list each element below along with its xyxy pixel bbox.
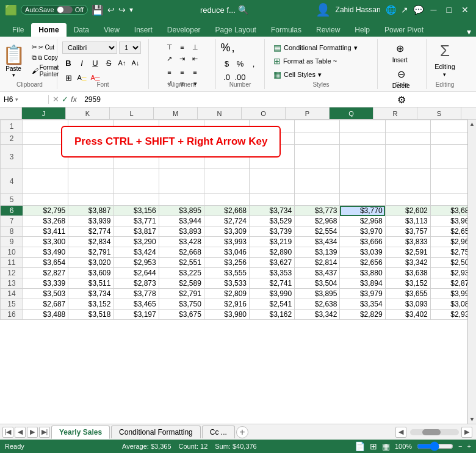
empty-cell[interactable] xyxy=(340,132,385,145)
zoom-out-icon[interactable]: − xyxy=(458,443,462,450)
customize-icon[interactable]: ▾ xyxy=(129,5,133,14)
top-align-button[interactable]: ⊤ xyxy=(164,42,176,53)
data-cell[interactable]: $3,503 xyxy=(23,289,68,299)
data-cell[interactable]: $3,880 xyxy=(340,268,385,278)
data-cell[interactable]: $3,734 xyxy=(68,289,114,299)
row-number[interactable]: 14 xyxy=(1,289,23,299)
ribbon-collapse-icon[interactable]: ▾ xyxy=(467,27,471,37)
data-cell[interactable]: $3,555 xyxy=(204,268,249,278)
empty-cell[interactable] xyxy=(385,132,430,145)
empty-cell[interactable] xyxy=(340,194,385,206)
data-cell[interactable]: $2,741 xyxy=(250,278,295,289)
empty-cell[interactable] xyxy=(23,169,68,194)
data-cell[interactable]: $3,529 xyxy=(250,216,295,227)
tab-powerpivot[interactable]: Power Pivot xyxy=(377,23,431,37)
scroll-up-arrow[interactable]: ▲ xyxy=(468,120,476,128)
data-cell[interactable]: $3,225 xyxy=(159,268,204,278)
data-cell[interactable]: $3,771 xyxy=(114,216,159,227)
data-cell[interactable]: $2,668 xyxy=(204,206,249,216)
data-cell[interactable]: $3,734 xyxy=(250,206,295,216)
data-cell[interactable]: $3,342 xyxy=(295,310,340,320)
close-btn[interactable]: ✕ xyxy=(459,5,471,15)
row-number[interactable]: 8 xyxy=(1,227,23,237)
data-cell[interactable]: $3,039 xyxy=(340,247,385,258)
data-cell[interactable]: $3,424 xyxy=(114,247,159,258)
empty-cell[interactable] xyxy=(295,169,340,194)
data-cell[interactable]: $2,724 xyxy=(204,216,249,227)
empty-cell[interactable] xyxy=(23,194,68,206)
data-cell[interactable]: $2,791 xyxy=(159,289,204,299)
empty-cell[interactable] xyxy=(250,169,295,194)
data-cell[interactable]: $3,666 xyxy=(340,237,385,247)
autosave-toggle[interactable] xyxy=(57,6,73,13)
col-header-n[interactable]: N xyxy=(198,107,242,119)
editing-dropdown[interactable]: ▾ xyxy=(443,71,446,78)
col-header-k[interactable]: K xyxy=(66,107,110,119)
row-number[interactable]: 11 xyxy=(1,258,23,268)
empty-cell[interactable] xyxy=(68,194,114,206)
data-cell[interactable]: $3,627 xyxy=(250,258,295,268)
sheet-last-button[interactable]: ▶| xyxy=(39,427,50,438)
empty-cell[interactable] xyxy=(114,169,159,194)
data-cell[interactable]: $3,970 xyxy=(340,227,385,237)
data-cell[interactable]: $3,428 xyxy=(159,237,204,247)
data-cell[interactable]: $2,968 xyxy=(295,216,340,227)
tab-view[interactable]: View xyxy=(96,23,127,37)
strikethrough-button[interactable]: S xyxy=(103,57,115,69)
data-cell[interactable]: $3,046 xyxy=(204,247,249,258)
data-cell[interactable]: $3,020 xyxy=(68,258,114,268)
data-cell[interactable]: $3,533 xyxy=(204,278,249,289)
tab-home[interactable]: Home xyxy=(31,23,66,37)
zoom-slider[interactable] xyxy=(417,443,453,449)
sheet-tab-conditional-formatting[interactable]: Conditional Formatting xyxy=(111,426,201,438)
currency-button[interactable]: $ xyxy=(221,57,233,70)
data-cell[interactable]: $3,887 xyxy=(68,206,114,216)
add-sheet-button[interactable]: + xyxy=(236,426,248,438)
tab-file[interactable]: File xyxy=(5,23,31,37)
insert-cells-button[interactable]: ⊕ Insert xyxy=(389,42,411,65)
h-scrollbar-thumb[interactable] xyxy=(422,429,441,435)
data-cell[interactable]: $3,739 xyxy=(250,227,295,237)
data-cell[interactable]: $3,197 xyxy=(114,310,159,320)
data-cell[interactable]: $3,504 xyxy=(295,278,340,289)
sheet-first-button[interactable]: |◀ xyxy=(2,427,13,438)
col-header-m[interactable]: M xyxy=(154,107,198,119)
italic-button[interactable]: I xyxy=(76,57,88,69)
data-cell[interactable]: $2,589 xyxy=(159,278,204,289)
empty-cell[interactable] xyxy=(385,145,430,169)
empty-cell[interactable] xyxy=(295,132,340,145)
data-cell[interactable]: $2,602 xyxy=(385,206,430,216)
formula-input[interactable]: 2959 xyxy=(81,95,476,104)
data-cell[interactable]: $3,339 xyxy=(23,278,68,289)
data-cell[interactable]: $3,675 xyxy=(159,310,204,320)
data-cell[interactable]: $2,668 xyxy=(159,247,204,258)
data-cell[interactable]: $3,152 xyxy=(68,299,114,310)
row-number[interactable]: 1 xyxy=(1,120,23,132)
data-cell[interactable]: $2,953 xyxy=(114,258,159,268)
col-header-l[interactable]: L xyxy=(110,107,154,119)
data-cell[interactable]: $3,411 xyxy=(23,227,68,237)
data-cell[interactable]: $3,638 xyxy=(385,268,430,278)
indent-button[interactable]: ⇥ xyxy=(176,53,189,64)
data-cell[interactable]: $2,774 xyxy=(68,227,114,237)
data-cell[interactable]: $3,156 xyxy=(114,206,159,216)
data-cell[interactable]: $2,656 xyxy=(340,258,385,268)
data-cell[interactable]: $2,638 xyxy=(295,299,340,310)
data-cell[interactable]: $3,518 xyxy=(68,310,114,320)
tab-developer[interactable]: Developer xyxy=(160,23,208,37)
autosave-badge[interactable]: AutoSave Off xyxy=(21,5,88,15)
data-cell[interactable]: $3,219 xyxy=(250,237,295,247)
row-number[interactable]: 6 xyxy=(1,206,23,216)
cell-reference[interactable]: H6 ▾ xyxy=(0,95,49,104)
normal-view-icon[interactable]: ▦ xyxy=(382,441,390,451)
data-cell[interactable]: $3,342 xyxy=(385,258,430,268)
sheet-next-button[interactable]: ▶ xyxy=(27,427,38,438)
data-cell[interactable]: $2,834 xyxy=(68,237,114,247)
zoom-in-icon[interactable]: + xyxy=(467,443,471,450)
row-number[interactable]: 13 xyxy=(1,278,23,289)
col-header-j[interactable]: J xyxy=(22,107,66,119)
maximize-btn[interactable]: □ xyxy=(444,5,454,15)
data-cell[interactable]: $3,833 xyxy=(385,237,430,247)
data-cell[interactable]: $3,290 xyxy=(114,237,159,247)
align-left-button[interactable]: ≡ xyxy=(164,67,176,78)
